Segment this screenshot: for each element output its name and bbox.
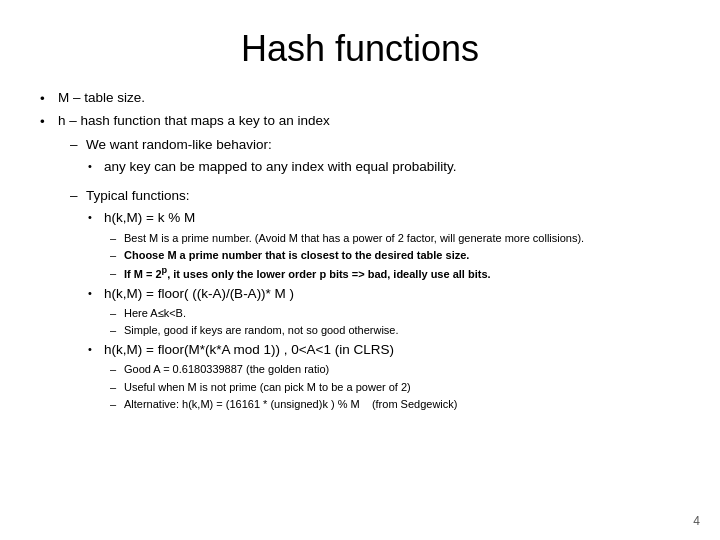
list-item: – Alternative: h(k,M) = (16161 * (unsign…: [110, 396, 680, 413]
list-item: – If M = 2p, it uses only the lower orde…: [110, 265, 680, 283]
bullet-text: any key can be mapped to any index with …: [104, 157, 456, 177]
bullet-text: Good A = 0.6180339887 (the golden ratio): [124, 361, 329, 378]
bullet-text: h(k,M) = floor(M*(k*A mod 1)) , 0<A<1 (i…: [104, 340, 394, 360]
list-item: • h(k,M) = floor(M*(k*A mod 1)) , 0<A<1 …: [88, 340, 680, 360]
list-item: – Good A = 0.6180339887 (the golden rati…: [110, 361, 680, 378]
list-item: – Choose M a prime number that is closes…: [110, 247, 680, 264]
bullet-text: h – hash function that maps a key to an …: [58, 111, 330, 131]
list-item: • h – hash function that maps a key to a…: [40, 111, 680, 132]
bullet-text: h(k,M) = floor( ((k-A)/(B-A))* M ): [104, 284, 294, 304]
list-item: – Typical functions:: [70, 186, 680, 206]
list-item: – Simple, good if keys are random, not s…: [110, 322, 680, 339]
bullet-dot: •: [40, 88, 58, 109]
list-item: – Here A≤k<B.: [110, 305, 680, 322]
bullet-text: Simple, good if keys are random, not so …: [124, 322, 399, 339]
bullet-text: Here A≤k<B.: [124, 305, 186, 322]
slide-content: • M – table size. • h – hash function th…: [40, 88, 680, 413]
bullet-dot: •: [88, 208, 104, 226]
bullet-text: Useful when M is not prime (can pick M t…: [124, 379, 411, 396]
list-item: – Useful when M is not prime (can pick M…: [110, 379, 680, 396]
bullet-dash: –: [110, 396, 124, 413]
list-item: • any key can be mapped to any index wit…: [88, 157, 680, 177]
bullet-dash: –: [110, 305, 124, 322]
list-item: – Best M is a prime number. (Avoid M tha…: [110, 230, 680, 247]
bullet-text: We want random-like behavior:: [86, 135, 272, 155]
bullet-dot: •: [40, 111, 58, 132]
list-item: • h(k,M) = floor( ((k-A)/(B-A))* M ): [88, 284, 680, 304]
bullet-text: h(k,M) = k % M: [104, 208, 195, 228]
bullet-dot: •: [88, 284, 104, 302]
list-item: • M – table size.: [40, 88, 680, 109]
bullet-dash: –: [110, 230, 124, 247]
bullet-dash: –: [110, 379, 124, 396]
bullet-text: Typical functions:: [86, 186, 190, 206]
slide-title: Hash functions: [40, 20, 680, 70]
page-number: 4: [693, 514, 700, 528]
list-item: – We want random-like behavior:: [70, 135, 680, 155]
bullet-text: Alternative: h(k,M) = (16161 * (unsigned…: [124, 396, 457, 413]
bullet-text: M – table size.: [58, 88, 145, 108]
list-item: • h(k,M) = k % M: [88, 208, 680, 228]
bullet-text: Best M is a prime number. (Avoid M that …: [124, 230, 584, 247]
bullet-dash: –: [110, 361, 124, 378]
bullet-text: If M = 2p, it uses only the lower order …: [124, 265, 491, 283]
bullet-text: Choose M a prime number that is closest …: [124, 247, 469, 264]
bullet-dot: •: [88, 157, 104, 175]
slide: Hash functions • M – table size. • h – h…: [0, 0, 720, 540]
bullet-dash: –: [110, 247, 124, 264]
bullet-dot: •: [88, 340, 104, 358]
bullet-dash: –: [70, 135, 86, 155]
bullet-dash: –: [70, 186, 86, 206]
bullet-dash: –: [110, 322, 124, 339]
bullet-dash: –: [110, 265, 124, 282]
